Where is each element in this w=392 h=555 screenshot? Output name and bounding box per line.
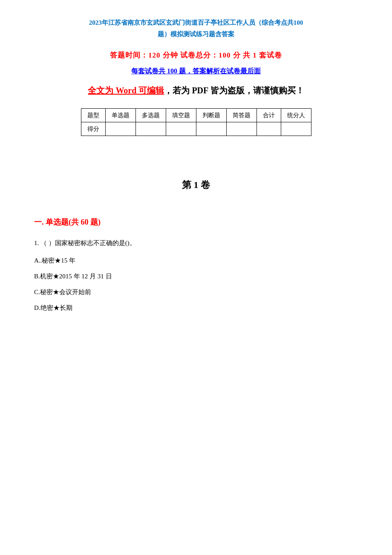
- score-fill: [166, 122, 196, 136]
- question-1-text: 1. （ ）国家秘密标志不正确的是()。: [34, 237, 358, 249]
- score-multi: [135, 122, 166, 136]
- col-short: 简答题: [226, 109, 257, 122]
- col-type: 题型: [81, 109, 105, 122]
- volume-title: 第 1 卷: [34, 179, 358, 191]
- question-1-option-a: A..秘密★15 年: [34, 255, 358, 266]
- score-label: 得分: [81, 122, 105, 136]
- col-total: 合计: [257, 109, 281, 122]
- score-table: 题型 单选题 多选题 填空题 判断题 简答题 合计 统分人 得分: [81, 108, 311, 136]
- title-line2: 题）模拟测试练习题含答案: [34, 29, 358, 40]
- score-short: [226, 122, 257, 136]
- question-1-number: 1.: [34, 240, 39, 246]
- question-1-option-c: C.秘密★会议开始前: [34, 286, 358, 298]
- col-judge: 判断题: [196, 109, 226, 122]
- table-header-row: 题型 单选题 多选题 填空题 判断题 简答题 合计 统分人: [81, 109, 311, 122]
- score-judge: [196, 122, 226, 136]
- col-fill: 填空题: [166, 109, 196, 122]
- editable-notice: 全文为 Word 可编辑，若为 PDF 皆为盗版，请谨慎购买！: [34, 83, 358, 98]
- table-score-row: 得分: [81, 122, 311, 136]
- col-single: 单选题: [105, 109, 135, 122]
- score-total: [257, 122, 281, 136]
- page-title: 2023年江苏省南京市玄武区玄武门街道百子亭社区工作人员（综合考点共100 题）…: [34, 17, 358, 40]
- exam-subtitle: 每套试卷共 100 题，答案解析在试卷最后面: [34, 67, 358, 76]
- title-line1: 2023年江苏省南京市玄武区玄武门街道百子亭社区工作人员（综合考点共100: [34, 17, 358, 29]
- col-multi: 多选题: [135, 109, 166, 122]
- score-scorer: [281, 122, 311, 136]
- editable-notice-black: ，若为 PDF 皆为盗版，请谨慎购买！: [164, 86, 304, 95]
- question-1-body: （ ）国家秘密标志不正确的是()。: [40, 240, 136, 246]
- score-table-wrapper: 题型 单选题 多选题 填空题 判断题 简答题 合计 统分人 得分: [34, 108, 358, 136]
- divider-space: [34, 145, 358, 179]
- editable-notice-red: 全文为 Word 可编辑: [88, 86, 164, 95]
- question-1: 1. （ ）国家秘密标志不正确的是()。 A..秘密★15 年 B.机密★201…: [34, 237, 358, 314]
- exam-info: 答题时间：120 分钟 试卷总分：100 分 共 1 套试卷: [34, 50, 358, 60]
- score-single: [105, 122, 135, 136]
- question-1-option-d: D.绝密★长期: [34, 302, 358, 314]
- col-scorer: 统分人: [281, 109, 311, 122]
- question-1-option-b: B.机密★2015 年 12 月 31 日: [34, 271, 358, 282]
- section-title: 一. 单选题(共 60 题): [34, 217, 358, 227]
